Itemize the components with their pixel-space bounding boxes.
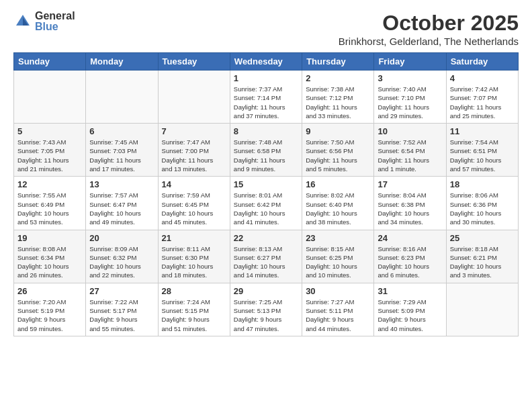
calendar-cell-w3-d6: 17Sunrise: 8:04 AM Sunset: 6:38 PM Dayli… (374, 177, 446, 230)
calendar-cell-w3-d5: 16Sunrise: 8:02 AM Sunset: 6:40 PM Dayli… (302, 177, 374, 230)
day-number-25: 25 (450, 233, 515, 243)
day-number-2: 2 (306, 73, 370, 83)
day-number-14: 14 (162, 179, 226, 189)
day-info-12: Sunrise: 7:55 AM Sunset: 6:49 PM Dayligh… (17, 191, 82, 226)
day-number-21: 21 (162, 233, 226, 243)
day-info-18: Sunrise: 8:06 AM Sunset: 6:36 PM Dayligh… (450, 191, 515, 226)
calendar-cell-w4-d2: 20Sunrise: 8:09 AM Sunset: 6:32 PM Dayli… (86, 230, 158, 283)
day-info-11: Sunrise: 7:54 AM Sunset: 6:51 PM Dayligh… (450, 138, 515, 173)
calendar-cell-w4-d6: 24Sunrise: 8:16 AM Sunset: 6:23 PM Dayli… (374, 230, 446, 283)
calendar-cell-w2-d2: 6Sunrise: 7:45 AM Sunset: 7:03 PM Daylig… (86, 124, 158, 177)
calendar-cell-w4-d3: 21Sunrise: 8:11 AM Sunset: 6:30 PM Dayli… (158, 230, 230, 283)
calendar-cell-w1-d7: 4Sunrise: 7:42 AM Sunset: 7:07 PM Daylig… (446, 71, 518, 124)
day-number-9: 9 (306, 126, 370, 136)
header-wednesday: Wednesday (230, 53, 302, 71)
day-number-15: 15 (234, 179, 298, 189)
day-info-1: Sunrise: 7:37 AM Sunset: 7:14 PM Dayligh… (234, 85, 298, 120)
calendar-cell-w2-d4: 8Sunrise: 7:48 AM Sunset: 6:58 PM Daylig… (230, 124, 302, 177)
calendar-week-5: 26Sunrise: 7:20 AM Sunset: 5:19 PM Dayli… (14, 283, 519, 336)
day-number-28: 28 (162, 286, 226, 296)
day-number-17: 17 (378, 179, 442, 189)
day-info-29: Sunrise: 7:25 AM Sunset: 5:13 PM Dayligh… (234, 298, 298, 333)
logo-blue-text: Blue (35, 21, 75, 32)
calendar-cell-w3-d1: 12Sunrise: 7:55 AM Sunset: 6:49 PM Dayli… (14, 177, 86, 230)
day-number-22: 22 (234, 233, 298, 243)
calendar-week-1: 1Sunrise: 7:37 AM Sunset: 7:14 PM Daylig… (14, 71, 519, 124)
day-info-22: Sunrise: 8:13 AM Sunset: 6:27 PM Dayligh… (234, 244, 298, 280)
day-number-7: 7 (162, 126, 226, 136)
calendar-cell-w1-d5: 2Sunrise: 7:38 AM Sunset: 7:12 PM Daylig… (302, 71, 374, 124)
day-number-3: 3 (378, 73, 442, 83)
day-number-31: 31 (378, 286, 442, 296)
day-info-25: Sunrise: 8:18 AM Sunset: 6:21 PM Dayligh… (450, 244, 515, 280)
title-block: October 2025 Brinkhorst, Gelderland, The… (339, 11, 519, 47)
calendar-week-4: 19Sunrise: 8:08 AM Sunset: 6:34 PM Dayli… (14, 230, 519, 283)
day-number-8: 8 (234, 126, 298, 136)
calendar-cell-w3-d3: 14Sunrise: 7:59 AM Sunset: 6:45 PM Dayli… (158, 177, 230, 230)
day-number-5: 5 (17, 126, 82, 136)
day-number-26: 26 (17, 286, 82, 296)
calendar-cell-w3-d7: 18Sunrise: 8:06 AM Sunset: 6:36 PM Dayli… (446, 177, 518, 230)
day-info-13: Sunrise: 7:57 AM Sunset: 6:47 PM Dayligh… (89, 191, 154, 226)
day-info-3: Sunrise: 7:40 AM Sunset: 7:10 PM Dayligh… (378, 85, 442, 120)
calendar-cell-w4-d7: 25Sunrise: 8:18 AM Sunset: 6:21 PM Dayli… (446, 230, 518, 283)
location: Brinkhorst, Gelderland, The Netherlands (339, 36, 519, 47)
day-number-30: 30 (306, 286, 370, 296)
day-number-24: 24 (378, 233, 442, 243)
calendar-cell-w4-d1: 19Sunrise: 8:08 AM Sunset: 6:34 PM Dayli… (14, 230, 86, 283)
day-info-20: Sunrise: 8:09 AM Sunset: 6:32 PM Dayligh… (89, 244, 154, 280)
header-thursday: Thursday (302, 53, 374, 71)
day-info-23: Sunrise: 8:15 AM Sunset: 6:25 PM Dayligh… (306, 244, 370, 280)
calendar-cell-w2-d1: 5Sunrise: 7:43 AM Sunset: 7:05 PM Daylig… (14, 124, 86, 177)
header-monday: Monday (86, 53, 158, 71)
header-tuesday: Tuesday (158, 53, 230, 71)
logo: General Blue (13, 11, 75, 32)
header-sunday: Sunday (14, 53, 86, 71)
day-number-19: 19 (17, 233, 82, 243)
day-info-16: Sunrise: 8:02 AM Sunset: 6:40 PM Dayligh… (306, 191, 370, 226)
logo-general-text: General (35, 11, 75, 21)
day-info-19: Sunrise: 8:08 AM Sunset: 6:34 PM Dayligh… (17, 244, 82, 280)
day-number-13: 13 (89, 179, 154, 189)
day-info-21: Sunrise: 8:11 AM Sunset: 6:30 PM Dayligh… (162, 244, 226, 280)
day-number-18: 18 (450, 179, 515, 189)
calendar-cell-w2-d6: 10Sunrise: 7:52 AM Sunset: 6:54 PM Dayli… (374, 124, 446, 177)
calendar-cell-w1-d4: 1Sunrise: 7:37 AM Sunset: 7:14 PM Daylig… (230, 71, 302, 124)
calendar-cell-w1-d6: 3Sunrise: 7:40 AM Sunset: 7:10 PM Daylig… (374, 71, 446, 124)
day-info-2: Sunrise: 7:38 AM Sunset: 7:12 PM Dayligh… (306, 85, 370, 120)
calendar-cell-w1-d2 (86, 71, 158, 124)
day-info-8: Sunrise: 7:48 AM Sunset: 6:58 PM Dayligh… (234, 138, 298, 173)
day-number-29: 29 (234, 286, 298, 296)
calendar-cell-w5-d5: 30Sunrise: 7:27 AM Sunset: 5:11 PM Dayli… (302, 283, 374, 336)
calendar-cell-w5-d7 (446, 283, 518, 336)
calendar-cell-w2-d5: 9Sunrise: 7:50 AM Sunset: 6:56 PM Daylig… (302, 124, 374, 177)
day-info-15: Sunrise: 8:01 AM Sunset: 6:42 PM Dayligh… (234, 191, 298, 226)
day-number-10: 10 (378, 126, 442, 136)
page: General Blue October 2025 Brinkhorst, Ge… (0, 0, 532, 347)
calendar-cell-w5-d2: 27Sunrise: 7:22 AM Sunset: 5:17 PM Dayli… (86, 283, 158, 336)
calendar-cell-w4-d5: 23Sunrise: 8:15 AM Sunset: 6:25 PM Dayli… (302, 230, 374, 283)
day-number-6: 6 (89, 126, 154, 136)
calendar-cell-w3-d2: 13Sunrise: 7:57 AM Sunset: 6:47 PM Dayli… (86, 177, 158, 230)
calendar-cell-w5-d6: 31Sunrise: 7:29 AM Sunset: 5:09 PM Dayli… (374, 283, 446, 336)
calendar-cell-w3-d4: 15Sunrise: 8:01 AM Sunset: 6:42 PM Dayli… (230, 177, 302, 230)
day-number-12: 12 (17, 179, 82, 189)
calendar-header-row: Sunday Monday Tuesday Wednesday Thursday… (14, 53, 519, 71)
day-info-26: Sunrise: 7:20 AM Sunset: 5:19 PM Dayligh… (17, 298, 82, 333)
day-info-9: Sunrise: 7:50 AM Sunset: 6:56 PM Dayligh… (306, 138, 370, 173)
day-number-16: 16 (306, 179, 370, 189)
header-friday: Friday (374, 53, 446, 71)
calendar-week-2: 5Sunrise: 7:43 AM Sunset: 7:05 PM Daylig… (14, 124, 519, 177)
calendar-cell-w1-d3 (158, 71, 230, 124)
calendar-cell-w5-d4: 29Sunrise: 7:25 AM Sunset: 5:13 PM Dayli… (230, 283, 302, 336)
calendar-cell-w2-d3: 7Sunrise: 7:47 AM Sunset: 7:00 PM Daylig… (158, 124, 230, 177)
day-info-10: Sunrise: 7:52 AM Sunset: 6:54 PM Dayligh… (378, 138, 442, 173)
day-info-17: Sunrise: 8:04 AM Sunset: 6:38 PM Dayligh… (378, 191, 442, 226)
day-number-11: 11 (450, 126, 515, 136)
header: General Blue October 2025 Brinkhorst, Ge… (13, 11, 519, 47)
day-info-24: Sunrise: 8:16 AM Sunset: 6:23 PM Dayligh… (378, 244, 442, 280)
logo-icon (13, 12, 32, 31)
header-saturday: Saturday (446, 53, 518, 71)
day-number-27: 27 (89, 286, 154, 296)
month-title: October 2025 (339, 11, 519, 36)
